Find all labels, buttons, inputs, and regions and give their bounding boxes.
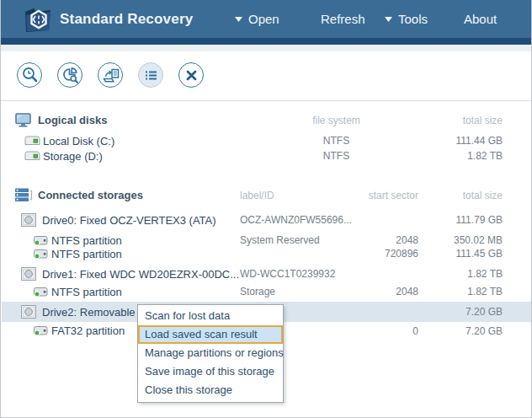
drive-label: WD-WCC1T0239932 — [240, 266, 335, 281]
context-menu-item-scan[interactable]: Scan for lost data — [138, 307, 283, 325]
column-header-total-size: total size — [402, 188, 503, 202]
partition-total-size: 7.20 GB — [402, 324, 503, 338]
partition-row[interactable]: NTFS partition 720896 111.45 GB — [2, 247, 531, 260]
disk-file-system: NTFS — [288, 134, 385, 147]
logical-disks-header-row: Logical disks file system total size — [2, 113, 531, 127]
logical-drive-icon — [24, 149, 40, 163]
partition-name: FAT32 partition — [51, 324, 125, 338]
disk-name: Storage (D:) — [43, 149, 103, 163]
context-menu-item-close-storage[interactable]: Close this storage — [138, 381, 283, 399]
partition-row[interactable]: NTFS partition System Reserved 2048 350.… — [2, 233, 531, 247]
drive-total-size: 1.82 TB — [402, 266, 503, 281]
drive-row[interactable]: Drive1: Fixed WDC WD20EZRX-00DC... WD-WC… — [2, 266, 531, 281]
partition-total-size: 350.02 MB — [402, 233, 503, 247]
app-title: Standard Recovery — [60, 0, 193, 38]
disk-total-size: 1.82 TB — [402, 149, 503, 163]
physical-drive-icon — [21, 302, 36, 322]
menu-refresh[interactable]: Refresh — [321, 0, 365, 38]
disk-to-image-icon — [99, 64, 122, 87]
partition-icon — [34, 233, 49, 247]
menu-open[interactable]: Open — [235, 0, 279, 38]
disk-name: Local Disk (C:) — [43, 134, 114, 147]
monitor-icon — [15, 113, 31, 127]
drive-total-size: 111.79 GB — [402, 212, 503, 228]
partition-icon — [34, 285, 49, 298]
close-icon — [180, 64, 203, 87]
logical-drive-icon — [24, 134, 40, 147]
column-header-total-size: total size — [402, 113, 503, 127]
caret-down-icon — [235, 17, 242, 22]
drive-name: Drive1: Fixed WDC WD20EZRX-00DC... — [42, 266, 239, 281]
menu-refresh-label: Refresh — [321, 12, 365, 26]
caret-down-icon — [385, 17, 392, 22]
partition-name: NTFS partition — [51, 233, 122, 247]
list-icon — [140, 64, 162, 87]
toolbar-separator — [1, 100, 531, 101]
partition-name: NTFS partition — [51, 247, 122, 260]
menu-about[interactable]: About — [464, 0, 497, 38]
context-menu-item-load-saved-scan[interactable]: Load saved scan result — [138, 325, 283, 344]
partition-total-size: 1.82 TB — [402, 285, 503, 298]
disk-file-system: NTFS — [288, 149, 385, 163]
partition-row[interactable]: NTFS partition Storage 2048 1.82 TB — [2, 285, 531, 298]
context-menu-item-save-image[interactable]: Save image of this storage — [138, 362, 283, 381]
menu-tools-label: Tools — [398, 12, 428, 26]
search-icon — [19, 64, 41, 87]
partition-icon — [34, 247, 49, 260]
title-bar: Standard Recovery Open Refresh Tools Abo… — [1, 0, 531, 38]
menu-tools[interactable]: Tools — [385, 0, 428, 38]
partition-label: Storage — [240, 285, 275, 298]
drive-total-size: 7.20 GB — [402, 302, 503, 322]
menu-open-label: Open — [248, 12, 279, 26]
logical-disk-row[interactable]: Storage (D:) NTFS 1.82 TB — [2, 149, 531, 163]
close-button[interactable] — [178, 62, 204, 88]
scan-search-button[interactable] — [17, 62, 42, 88]
column-header-file-system: file system — [288, 113, 385, 127]
storage-stack-icon — [15, 188, 33, 202]
drive-name: Drive0: Fixed OCZ-VERTEX3 (ATA) — [42, 212, 216, 228]
drive-row[interactable]: Drive0: Fixed OCZ-VERTEX3 (ATA) OCZ-AWNZ… — [2, 212, 531, 228]
physical-drive-icon — [21, 266, 36, 281]
connected-storages-title: Connected storages — [38, 188, 143, 202]
disk-total-size: 111.44 GB — [402, 134, 503, 147]
app-logo-icon — [23, 4, 55, 41]
context-menu-item-manage-partitions[interactable]: Manage partitions or regions — [138, 344, 283, 362]
connected-storages-header-row: Connected storages label/ID start sector… — [2, 188, 531, 202]
menu-about-label: About — [464, 12, 497, 26]
list-view-button[interactable] — [138, 62, 163, 88]
header-accent-strip — [1, 38, 531, 45]
partition-icon — [34, 324, 49, 338]
partition-name: NTFS partition — [51, 285, 122, 298]
analysis-pie-button[interactable] — [57, 62, 82, 88]
pie-chart-search-icon — [59, 64, 82, 87]
physical-drive-icon — [21, 212, 36, 228]
drive-name: Drive2: Removable — [42, 302, 136, 322]
storage-context-menu: Scan for lost data Load saved scan resul… — [137, 304, 284, 403]
standard-recovery-window: Standard Recovery Open Refresh Tools Abo… — [0, 0, 532, 418]
column-header-label-id: label/ID — [240, 188, 274, 202]
partition-total-size: 111.45 GB — [402, 247, 503, 260]
partition-label: System Reserved — [240, 233, 320, 247]
logical-disk-row[interactable]: Local Disk (C:) NTFS 111.44 GB — [2, 134, 531, 147]
save-storage-image-button[interactable] — [98, 62, 123, 88]
logical-disks-title: Logical disks — [38, 113, 107, 127]
header-divider-band — [1, 45, 531, 51]
